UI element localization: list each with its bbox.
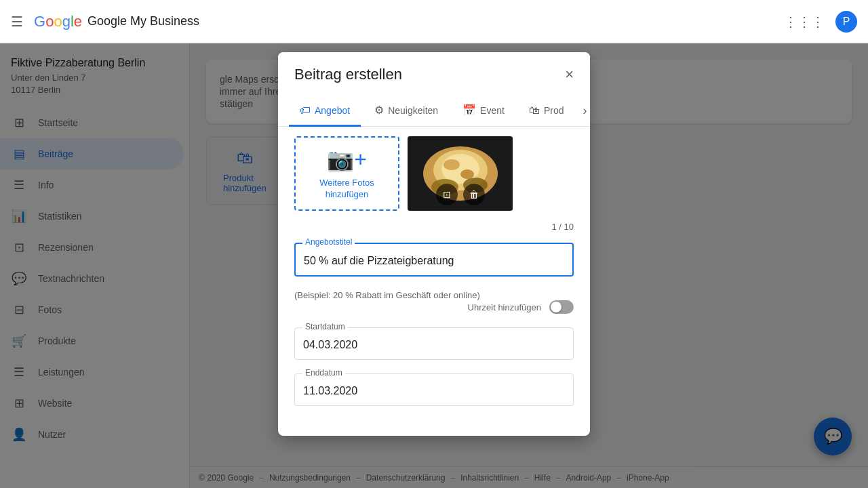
tab-neuigkeiten[interactable]: ⚙ Neuigkeiten xyxy=(363,96,449,127)
photo-controls: ⊡ 🗑 xyxy=(436,184,485,205)
offer-title-field-group: Angebotstitel xyxy=(294,243,574,277)
offer-title-hint: (Beispiel: 20 % Rabatt im Geschäft oder … xyxy=(294,290,574,300)
app-title: Google My Business xyxy=(87,14,199,28)
crop-button[interactable]: ⊡ xyxy=(436,184,458,205)
tab-event[interactable]: 📅 Event xyxy=(452,96,515,127)
neuigkeiten-tab-icon: ⚙ xyxy=(374,104,384,117)
tab-angebot-label: Angebot xyxy=(315,105,350,116)
tab-event-label: Event xyxy=(480,105,505,116)
time-toggle-row: Uhrzeit hinzufügen xyxy=(294,300,574,314)
offer-title-input[interactable] xyxy=(294,243,574,277)
toggle-knob xyxy=(551,302,561,312)
add-photo-icon: 📷+ xyxy=(327,146,367,172)
dialog-tabs: 🏷 Angebot ⚙ Neuigkeiten 📅 Event 🛍 Prod › xyxy=(278,96,590,127)
dialog-close-button[interactable]: × xyxy=(565,66,574,83)
tab-produkt[interactable]: 🛍 Prod xyxy=(518,96,575,127)
photo-row: 📷+ Weitere Fotoshinzufügen xyxy=(294,136,574,211)
end-date-field-group: Enddatum xyxy=(294,373,574,406)
tab-produkt-label: Prod xyxy=(544,105,564,116)
svg-point-10 xyxy=(460,169,474,179)
dialog-header: Beitrag erstellen × xyxy=(278,52,590,94)
dialog-title: Beitrag erstellen xyxy=(294,66,402,83)
create-post-dialog: Beitrag erstellen × 🏷 Angebot ⚙ Neuigkei… xyxy=(278,52,590,436)
tab-angebot[interactable]: 🏷 Angebot xyxy=(289,96,361,127)
avatar[interactable]: P xyxy=(835,11,857,33)
offer-title-field-label: Angebotstitel xyxy=(302,237,355,247)
photo-counter: 1 / 10 xyxy=(294,222,574,232)
time-toggle[interactable] xyxy=(549,300,574,314)
start-date-field-group: Startdatum xyxy=(294,327,574,360)
header-right: ⋮⋮⋮ P xyxy=(784,11,857,33)
tabs-more-button[interactable]: › xyxy=(578,96,591,126)
end-date-input[interactable] xyxy=(294,373,574,406)
end-date-label: Enddatum xyxy=(302,368,345,378)
grid-icon[interactable]: ⋮⋮⋮ xyxy=(784,14,825,30)
google-logo: Google xyxy=(34,13,82,30)
event-tab-icon: 📅 xyxy=(462,104,476,117)
delete-photo-button[interactable]: 🗑 xyxy=(463,184,485,205)
photo-thumbnail: ⊡ 🗑 xyxy=(408,136,513,211)
start-date-label: Startdatum xyxy=(302,322,348,331)
produkt-tab-icon: 🛍 xyxy=(529,104,540,117)
dialog-body: 📷+ Weitere Fotoshinzufügen xyxy=(278,125,590,436)
add-photo-button[interactable]: 📷+ Weitere Fotoshinzufügen xyxy=(294,136,399,211)
header: ☰ Google Google My Business ⋮⋮⋮ P xyxy=(0,0,868,43)
svg-point-9 xyxy=(443,159,460,170)
angebot-tab-icon: 🏷 xyxy=(300,104,311,117)
start-date-input[interactable] xyxy=(294,327,574,360)
add-photo-label: Weitere Fotoshinzufügen xyxy=(319,178,374,201)
hamburger-icon[interactable]: ☰ xyxy=(11,14,23,30)
tab-neuigkeiten-label: Neuigkeiten xyxy=(388,105,438,116)
time-toggle-label: Uhrzeit hinzufügen xyxy=(468,302,541,312)
